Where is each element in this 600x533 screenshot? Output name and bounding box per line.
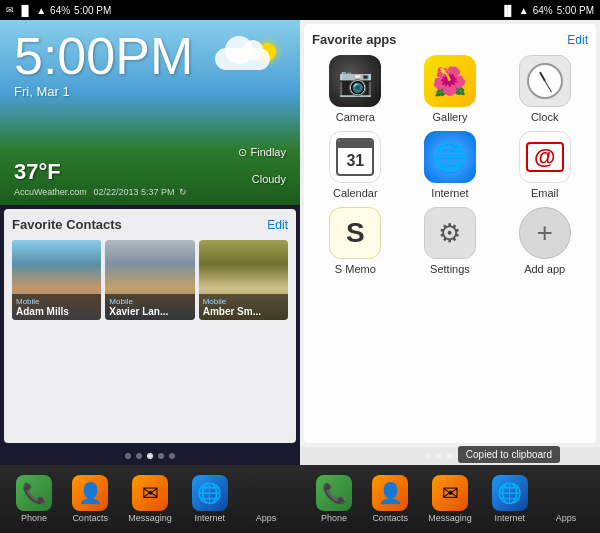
contact-name: Amber Sm... (203, 306, 284, 317)
weather-time-display: 5:00 (14, 27, 115, 85)
dock-phone-right[interactable]: 📞 Phone (316, 475, 352, 523)
dock-apps-right[interactable]: Apps (548, 475, 584, 523)
dock-apps-left[interactable]: Apps (248, 475, 284, 523)
clock-icon (519, 55, 571, 107)
dock-messaging-left[interactable]: ✉ Messaging (128, 475, 172, 523)
phone-icon-right: 📞 (316, 475, 352, 511)
contacts-icon-left: 👤 (72, 475, 108, 511)
messaging-icon-left: ✉ (132, 475, 168, 511)
signal-icons: ▐▌ (18, 5, 32, 16)
app-item-smemo[interactable]: S S Memo (312, 207, 399, 275)
internet-label: Internet (431, 187, 468, 199)
status-bar: ✉ ▐▌ ▲ 64% 5:00 PM ▐▌ ▲ 64% 5:00 PM (0, 0, 600, 20)
dock-phone-left[interactable]: 📞 Phone (16, 475, 52, 523)
internet-icon-left: 🌐 (192, 475, 228, 511)
apps-title: Favorite apps (312, 32, 397, 47)
app-item-settings[interactable]: ⚙ Settings (407, 207, 494, 275)
internet-label-right: Internet (495, 513, 526, 523)
app-item-email[interactable]: @ Email (501, 131, 588, 199)
dot-3-active[interactable] (147, 453, 153, 459)
messaging-icon-right: ✉ (432, 475, 468, 511)
dot-4[interactable] (158, 453, 164, 459)
contact-overlay: Mobile Xavier Lan... (105, 294, 194, 320)
contact-type: Mobile (203, 297, 284, 306)
apps-icon-left (248, 475, 284, 511)
battery-right: 64% (533, 5, 553, 16)
dock-contacts-right[interactable]: 👤 Contacts (372, 475, 408, 523)
smemo-letter: S (346, 217, 365, 249)
phone-label-left: Phone (21, 513, 47, 523)
apps-grid: Camera Gallery Clock (312, 55, 588, 275)
wifi-icon: ▲ (36, 5, 46, 16)
app-item-calendar[interactable]: 31 Calendar (312, 131, 399, 199)
contact-type: Mobile (16, 297, 97, 306)
weather-date: Fri, Mar 1 (14, 84, 286, 99)
contacts-title: Favorite Contacts (12, 217, 122, 232)
contacts-icon-right: 👤 (372, 475, 408, 511)
clipboard-toast: Copied to clipboard (458, 446, 560, 463)
internet-icon (424, 131, 476, 183)
phone-icon-left: 📞 (16, 475, 52, 511)
clock-face (527, 63, 563, 99)
weather-location: ⊙ Findlay (14, 146, 286, 159)
calendar-day: 31 (338, 148, 372, 174)
gear-icon: ⚙ (438, 218, 461, 249)
app-item-gallery[interactable]: Gallery (407, 55, 494, 123)
dock-internet-right[interactable]: 🌐 Internet (492, 475, 528, 523)
gmail-icon: ✉ (6, 5, 14, 15)
dot-5[interactable] (169, 453, 175, 459)
favorite-contacts-widget: Favorite Contacts Edit Mobile Adam Mills… (4, 209, 296, 443)
app-item-clock[interactable]: Clock (501, 55, 588, 123)
signal-icons-right: ▐▌ (501, 5, 515, 16)
accu-label: AccuWeather.com (14, 187, 87, 197)
addapp-icon: + (519, 207, 571, 259)
contacts-header: Favorite Contacts Edit (12, 217, 288, 232)
time-left: 5:00 PM (74, 5, 111, 16)
contact-item[interactable]: Mobile Adam Mills (12, 240, 101, 320)
contact-name: Adam Mills (16, 306, 97, 317)
right-dot-3[interactable] (447, 453, 453, 459)
right-dot-2[interactable] (436, 453, 442, 459)
left-dot-indicators (0, 447, 300, 465)
addapp-label: Add app (524, 263, 565, 275)
contact-item[interactable]: Mobile Xavier Lan... (105, 240, 194, 320)
app-item-internet[interactable]: Internet (407, 131, 494, 199)
contact-item[interactable]: Mobile Amber Sm... (199, 240, 288, 320)
main-content: 5:00PM Fri, Mar 1 ⊙ Findlay 37°F Cloudy … (0, 20, 600, 465)
contacts-grid: Mobile Adam Mills Mobile Xavier Lan... (12, 240, 288, 320)
dot-1[interactable] (125, 453, 131, 459)
refresh-icon[interactable]: ↻ (179, 187, 187, 197)
dock-messaging-right[interactable]: ✉ Messaging (428, 475, 472, 523)
weather-bottom: ⊙ Findlay 37°F Cloudy AccuWeather.com 02… (14, 146, 286, 197)
bottom-dock: Copied to clipboard 📞 Phone 👤 Contacts ✉… (0, 465, 600, 533)
email-at-symbol: @ (534, 144, 555, 170)
settings-icon: ⚙ (424, 207, 476, 259)
status-bar-left: ✉ ▐▌ ▲ 64% 5:00 PM (0, 0, 300, 20)
smemo-label: S Memo (335, 263, 376, 275)
calendar-icon: 31 (329, 131, 381, 183)
clock-label: Clock (531, 111, 559, 123)
gallery-label: Gallery (433, 111, 468, 123)
time-right: 5:00 PM (557, 5, 594, 16)
weather-temp-row: 37°F Cloudy (14, 159, 286, 185)
dock-contacts-left[interactable]: 👤 Contacts (72, 475, 108, 523)
app-item-addapp[interactable]: + Add app (501, 207, 588, 275)
wifi-right: ▲ (519, 5, 529, 16)
clock-hand-minute (544, 81, 551, 93)
app-item-camera[interactable]: Camera (312, 55, 399, 123)
dock-internet-left[interactable]: 🌐 Internet (192, 475, 228, 523)
apps-icon-right (548, 475, 584, 511)
dot-2[interactable] (136, 453, 142, 459)
settings-label: Settings (430, 263, 470, 275)
contacts-edit-button[interactable]: Edit (267, 218, 288, 232)
right-dot-1[interactable] (425, 453, 431, 459)
messaging-label-right: Messaging (428, 513, 472, 523)
dock-left: 📞 Phone 👤 Contacts ✉ Messaging 🌐 Interne… (0, 465, 300, 533)
contact-type: Mobile (109, 297, 190, 306)
apps-edit-button[interactable]: Edit (567, 33, 588, 47)
weather-ampm: PM (115, 27, 193, 85)
contact-overlay: Mobile Adam Mills (12, 294, 101, 320)
cloud-decoration (210, 38, 280, 73)
status-bar-right: ▐▌ ▲ 64% 5:00 PM (300, 0, 600, 20)
contacts-label-left: Contacts (72, 513, 108, 523)
